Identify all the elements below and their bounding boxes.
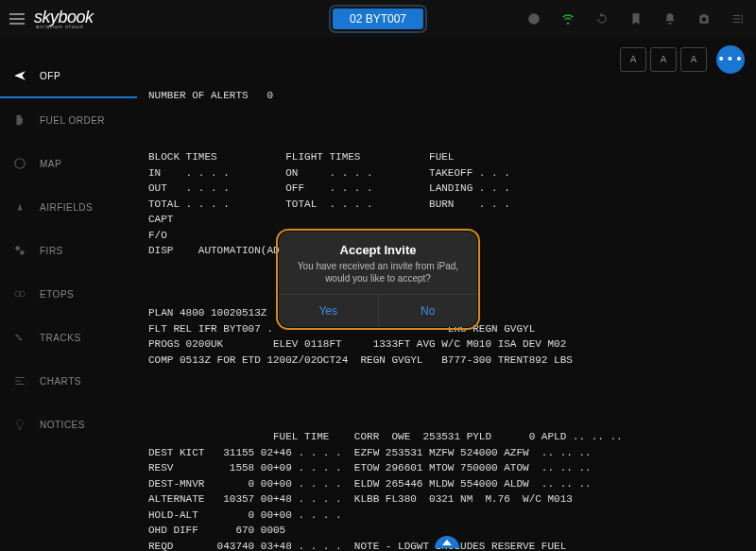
settings-icon[interactable] <box>731 12 745 26</box>
sidebar-label: FUEL ORDER <box>40 115 105 126</box>
sidebar-item-notices[interactable]: NOTICES <box>0 403 137 446</box>
svg-point-4 <box>19 291 25 297</box>
bell-icon[interactable] <box>663 12 677 26</box>
sidebar-label: OFP <box>40 71 60 81</box>
sidebar-label: ETOPS <box>40 289 74 300</box>
sidebar-item-airfields[interactable]: AIRFIELDS <box>0 185 137 229</box>
sidebar-label: CHARTS <box>40 376 81 387</box>
sidebar-item-etops[interactable]: ETOPS <box>0 272 137 316</box>
modal-no-button[interactable]: No <box>379 295 478 327</box>
wifi-icon[interactable] <box>561 12 575 26</box>
sidebar: OFP FUEL ORDER MAP AIRFIELDS FIRS ETOPS … <box>0 38 137 551</box>
sidebar-item-charts[interactable]: CHARTS <box>0 359 137 403</box>
content-toolbar: A A A ••• <box>620 45 745 74</box>
logo: skybook aviation cloud <box>34 9 94 29</box>
download-icon[interactable] <box>527 12 541 26</box>
font-size-small[interactable]: A <box>620 47 646 72</box>
svg-point-0 <box>15 159 26 169</box>
sidebar-item-ofp[interactable]: OFP <box>0 55 137 98</box>
more-button[interactable]: ••• <box>716 45 745 74</box>
sidebar-item-fuel-order[interactable]: FUEL ORDER <box>0 98 137 142</box>
svg-point-3 <box>15 291 21 297</box>
flight-badge[interactable]: 02 BYT007 <box>333 9 423 29</box>
font-size-large[interactable]: A <box>680 47 707 72</box>
sidebar-item-tracks[interactable]: TRACKS <box>0 316 137 359</box>
header-icons <box>527 12 745 26</box>
app-header: skybook aviation cloud 02 BYT007 <box>0 0 756 38</box>
sidebar-label: TRACKS <box>40 333 81 343</box>
bookmark-icon[interactable] <box>629 12 643 26</box>
accept-invite-modal: Accept Invite You have received an invit… <box>279 232 477 327</box>
svg-point-1 <box>15 246 20 250</box>
ofp-block-2: FUEL TIME CORR OWE 253531 PYLD 0 APLD ..… <box>148 429 745 551</box>
modal-yes-button[interactable]: Yes <box>279 295 379 327</box>
sidebar-label: NOTICES <box>40 420 85 430</box>
sync-icon[interactable] <box>595 12 609 26</box>
sidebar-label: AIRFIELDS <box>40 202 93 213</box>
camera-icon[interactable] <box>697 12 711 26</box>
font-size-medium[interactable]: A <box>650 47 677 72</box>
sidebar-label: FIRS <box>40 246 63 256</box>
modal-title: Accept Invite <box>292 243 464 257</box>
sidebar-item-map[interactable]: MAP <box>0 142 137 185</box>
modal-message: You have received an invite from iPad, w… <box>292 260 464 284</box>
hamburger-icon[interactable] <box>9 13 25 25</box>
sidebar-item-firs[interactable]: FIRS <box>0 229 137 272</box>
alerts-line: NUMBER OF ALERTS 0 <box>148 88 745 104</box>
svg-point-2 <box>20 250 25 255</box>
sidebar-label: MAP <box>40 159 61 169</box>
